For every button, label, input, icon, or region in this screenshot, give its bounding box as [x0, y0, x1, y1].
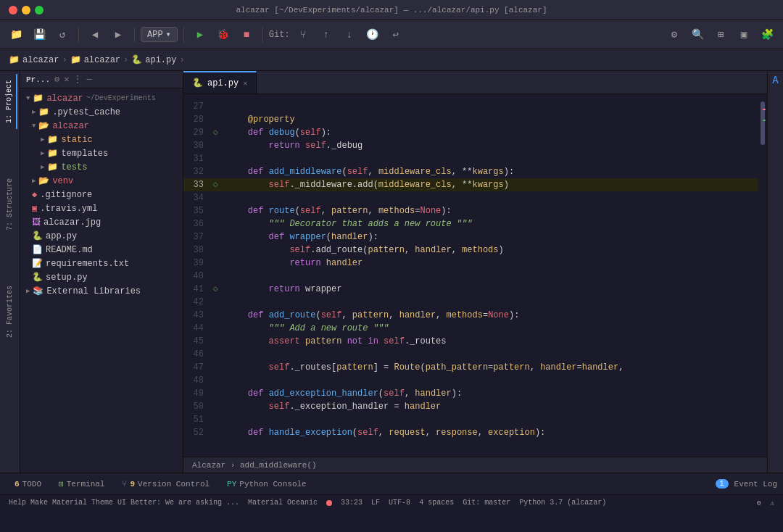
table-row: 42	[183, 296, 758, 309]
list-item[interactable]: ▶ 📁 static	[20, 133, 183, 146]
refresh-icon[interactable]: ↺	[52, 25, 72, 45]
list-item[interactable]: ▼ 📂 alcazar	[20, 119, 183, 133]
list-item[interactable]: ▶ 📂 venv	[20, 174, 183, 188]
git-branch-icon[interactable]: ⑂	[293, 25, 313, 45]
scrollbar[interactable]	[758, 94, 767, 457]
git-label: Git:	[269, 30, 290, 40]
settings-icon[interactable]: ⚙	[54, 74, 59, 85]
tab-bar: 🐍 api.py ✕	[183, 71, 767, 94]
chevron-right-icon: ▶	[32, 108, 36, 116]
table-row: 47 self._routes[pattern] = Route(path_pa…	[183, 361, 758, 374]
img-icon: 🖼	[32, 217, 41, 228]
vc-tab[interactable]: ⑂ 9 Version Control	[113, 477, 218, 491]
item-label: setup.py	[46, 273, 88, 283]
breadcrumb: 📁 alcazar › 📁 alcazar › 🐍 api.py ›	[0, 49, 783, 71]
breadcrumb-folder2-icon: 📁	[70, 54, 81, 65]
cursor-position[interactable]: 33:23	[341, 499, 362, 507]
code-editor[interactable]: 27 28 @property 29 def	[183, 94, 767, 457]
list-item[interactable]: ▶ 📚 External Libraries	[20, 284, 183, 298]
table-row: 48	[183, 374, 758, 387]
app-selector[interactable]: APP ▾	[141, 27, 178, 42]
folder-icon: 📂	[38, 175, 49, 186]
git-history-icon[interactable]: 🕐	[362, 25, 383, 45]
settings-icon[interactable]: ⚙	[757, 499, 761, 507]
terminal-tab[interactable]: ⊡ Terminal	[50, 476, 113, 491]
list-item[interactable]: ▶ 📁 .pytest_cache	[20, 105, 183, 119]
close-button[interactable]	[9, 6, 17, 14]
layout-icon[interactable]: ⊞	[710, 25, 731, 45]
git-rollback-icon[interactable]: ↩	[386, 25, 406, 45]
right-sidebar-icon[interactable]: A	[769, 74, 782, 87]
folder-icon: 📁	[47, 134, 58, 145]
project-header: Pr... ⚙ ✕ ⋮ —	[20, 71, 183, 88]
indent[interactable]: 4 spaces	[419, 499, 454, 507]
list-item[interactable]: 🐍 setup.py	[20, 270, 183, 284]
list-item[interactable]: ▶ 📁 tests	[20, 160, 183, 174]
line-ending[interactable]: LF	[371, 499, 380, 507]
minimize-button[interactable]	[22, 6, 30, 14]
theme-color-dot	[326, 500, 332, 506]
panel-icon[interactable]: ▣	[734, 25, 754, 45]
item-label: venv	[52, 176, 73, 186]
editor-tab-api[interactable]: 🐍 api.py ✕	[183, 71, 257, 93]
menu-icon[interactable]: ⋮	[73, 74, 82, 85]
structure-tab[interactable]: 7: Structure	[3, 173, 17, 236]
forward-icon[interactable]: ▶	[108, 25, 128, 45]
status-path: Alcazar › add_middleware()	[192, 461, 317, 470]
list-item[interactable]: 📄 README.md	[20, 243, 183, 257]
table-row: 28 @property	[183, 113, 758, 126]
git-pull-icon[interactable]: ↓	[339, 25, 360, 45]
separator	[262, 28, 263, 42]
plugin-icon[interactable]: 🧩	[757, 25, 777, 45]
list-item[interactable]: 📝 requirements.txt	[20, 257, 183, 270]
sidebar-tabs: 1: Project 7: Structure 2: Favorites	[0, 71, 20, 473]
git-push-icon[interactable]: ↑	[316, 25, 336, 45]
vc-icon: ⑂	[122, 480, 127, 489]
settings-icon[interactable]: ⚙	[664, 25, 684, 45]
code-content[interactable]: 27 28 @property 29 def	[183, 94, 758, 457]
search-icon[interactable]: 🔍	[687, 25, 708, 45]
bottom-tab-right: 1 Event Log	[716, 479, 777, 489]
python-console-tab[interactable]: PY Python Console	[218, 477, 315, 491]
list-item[interactable]: 🐍 app.py	[20, 229, 183, 243]
breadcrumb-sub[interactable]: alcazar	[84, 55, 120, 65]
table-row: 50 self._exception_handler = handler	[183, 400, 758, 413]
breadcrumb-root[interactable]: alcazar	[22, 55, 59, 65]
terminal-label: Terminal	[67, 480, 105, 489]
list-item[interactable]: 🖼 alcazar.jpg	[20, 215, 183, 229]
folder-icon: 📁	[38, 107, 49, 117]
editor-bottom-status: Alcazar › add_middleware()	[183, 457, 767, 473]
tab-close-icon[interactable]: ✕	[243, 79, 247, 88]
scrollbar-thumb[interactable]	[761, 101, 765, 145]
debug-icon[interactable]: 🐞	[213, 25, 233, 45]
list-item[interactable]: ▶ 📁 templates	[20, 146, 183, 160]
python-version[interactable]: Python 3.7 (alcazar)	[519, 499, 606, 507]
stop-icon[interactable]: ■	[236, 25, 257, 45]
run-icon[interactable]: ▶	[190, 25, 210, 45]
project-tab[interactable]: 1: Project	[2, 74, 17, 129]
status-bar: Help Make Material Theme UI Better: We a…	[0, 494, 783, 510]
breadcrumb-folder-icon: 📁	[9, 54, 20, 65]
table-row: 36 """ Decorator that adds a new route "…	[183, 217, 758, 230]
pin-icon[interactable]: ✕	[64, 74, 69, 85]
breadcrumb-file[interactable]: api.py	[145, 55, 176, 65]
tree-root[interactable]: ▼ 📁 alcazar ~/DevExperiments	[20, 91, 183, 105]
encoding[interactable]: UTF-8	[389, 499, 410, 507]
theme-label: Material Oceanic	[248, 499, 318, 507]
git-status[interactable]: Git: master	[463, 499, 510, 507]
minimize-panel-icon[interactable]: —	[86, 75, 91, 85]
folder-icon[interactable]: 📁	[6, 25, 26, 45]
git-icon: ◆	[32, 189, 37, 200]
maximize-button[interactable]	[35, 6, 44, 14]
table-row: 38 self.add_route(pattern, handler, meth…	[183, 244, 758, 257]
item-label: tests	[61, 162, 87, 173]
lib-icon: 📚	[33, 286, 44, 296]
favorites-tab[interactable]: 2: Favorites	[3, 280, 17, 344]
list-item[interactable]: ▣ .travis.yml	[20, 201, 183, 215]
back-icon[interactable]: ◀	[85, 25, 105, 45]
list-item[interactable]: ◆ .gitignore	[20, 188, 183, 201]
item-label: .gitignore	[40, 190, 92, 200]
save-icon[interactable]: 💾	[29, 25, 49, 45]
todo-tab[interactable]: 6 TODO	[6, 477, 50, 491]
event-log-label[interactable]: Event Log	[734, 480, 777, 489]
